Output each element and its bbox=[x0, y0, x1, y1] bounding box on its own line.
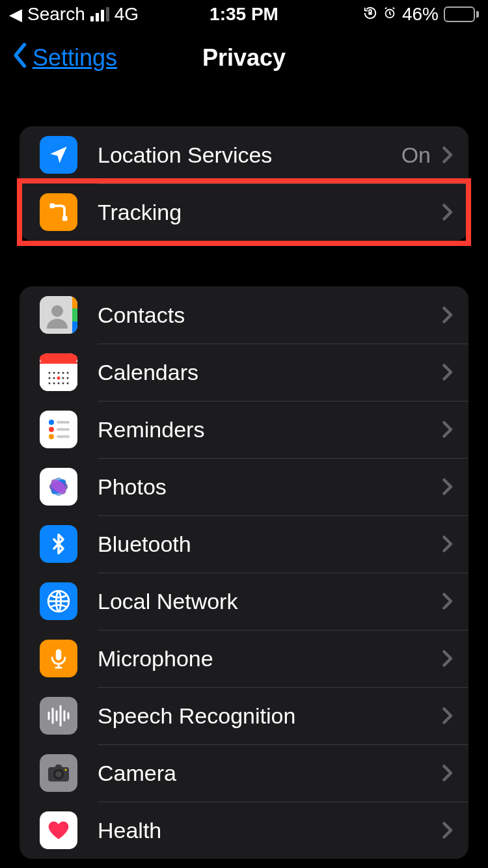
privacy-section-1: Location ServicesOnTracking bbox=[20, 126, 468, 241]
row-health[interactable]: Health bbox=[20, 802, 468, 859]
bluetooth-icon bbox=[40, 525, 77, 563]
svg-point-19 bbox=[57, 377, 61, 380]
row-icon-wrap bbox=[20, 468, 98, 506]
network-type-label: 4G bbox=[115, 4, 139, 25]
orientation-lock-icon bbox=[363, 4, 377, 25]
content: Location ServicesOnTracking ContactsCale… bbox=[0, 126, 488, 859]
battery-percent-label: 46% bbox=[402, 4, 439, 25]
row-reminders[interactable]: Reminders bbox=[20, 401, 468, 458]
svg-rect-0 bbox=[368, 12, 372, 15]
svg-point-31 bbox=[49, 434, 54, 439]
alarm-icon bbox=[383, 4, 397, 25]
separator bbox=[98, 802, 468, 802]
privacy-section-2: ContactsCalendarsRemindersPhotosBluetoot… bbox=[20, 286, 468, 859]
back-to-app-label[interactable]: Search bbox=[27, 4, 85, 25]
page-title: Privacy bbox=[202, 44, 286, 72]
row-tracking[interactable]: Tracking bbox=[20, 183, 468, 241]
svg-rect-42 bbox=[56, 649, 62, 660]
chevron-right-icon bbox=[441, 821, 453, 840]
row-calendars[interactable]: Calendars bbox=[20, 344, 468, 401]
svg-point-27 bbox=[49, 420, 54, 425]
row-local-network[interactable]: Local Network bbox=[20, 573, 468, 630]
cellular-signal-icon bbox=[90, 7, 109, 21]
nav-header: Settings Privacy bbox=[0, 29, 488, 87]
svg-point-24 bbox=[58, 383, 60, 385]
row-icon-wrap bbox=[20, 582, 98, 620]
row-bluetooth[interactable]: Bluetooth bbox=[20, 515, 468, 573]
svg-point-20 bbox=[62, 377, 64, 379]
row-contacts[interactable]: Contacts bbox=[20, 286, 468, 344]
chevron-right-icon bbox=[441, 706, 453, 726]
separator bbox=[98, 458, 468, 459]
status-time: 1:35 PM bbox=[210, 4, 278, 25]
row-label: Calendars bbox=[98, 360, 441, 385]
row-microphone[interactable]: Microphone bbox=[20, 630, 468, 687]
status-bar: ◀ Search 4G 1:35 PM 46% bbox=[0, 0, 488, 29]
svg-rect-3 bbox=[62, 216, 68, 221]
svg-point-16 bbox=[67, 372, 69, 374]
row-icon-wrap bbox=[20, 811, 98, 849]
separator bbox=[98, 744, 468, 745]
row-label: Photos bbox=[98, 474, 441, 500]
svg-point-26 bbox=[67, 383, 69, 385]
row-icon-wrap bbox=[20, 193, 98, 231]
row-label: Contacts bbox=[98, 303, 441, 328]
separator bbox=[98, 401, 468, 401]
row-icon-wrap bbox=[20, 525, 98, 563]
row-label: Bluetooth bbox=[98, 532, 441, 557]
back-to-app-caret-icon[interactable]: ◀ bbox=[9, 6, 22, 23]
chevron-right-icon bbox=[441, 305, 453, 325]
svg-rect-6 bbox=[72, 296, 77, 308]
row-icon-wrap bbox=[20, 411, 98, 448]
separator bbox=[98, 687, 468, 688]
chevron-right-icon bbox=[441, 420, 453, 439]
row-label: Reminders bbox=[98, 417, 441, 442]
row-icon-wrap bbox=[20, 754, 98, 792]
separator bbox=[98, 515, 468, 516]
row-label: Camera bbox=[98, 761, 441, 786]
row-label: Health bbox=[98, 818, 441, 843]
reminders-icon bbox=[40, 411, 77, 448]
calendar-icon bbox=[40, 353, 77, 391]
chevron-right-icon bbox=[441, 649, 453, 668]
heart-icon bbox=[40, 811, 77, 849]
chevron-left-icon bbox=[10, 42, 29, 74]
camera-icon bbox=[40, 754, 77, 792]
row-label: Speech Recognition bbox=[98, 703, 441, 729]
row-icon-wrap bbox=[20, 296, 98, 334]
nav-back-button[interactable]: Settings bbox=[10, 42, 117, 74]
chevron-right-icon bbox=[441, 362, 453, 382]
row-location-services[interactable]: Location ServicesOn bbox=[20, 126, 468, 183]
separator bbox=[98, 573, 468, 573]
svg-point-18 bbox=[53, 377, 55, 379]
row-icon-wrap bbox=[20, 136, 98, 174]
row-icon-wrap bbox=[20, 640, 98, 677]
row-label: Tracking bbox=[98, 200, 441, 225]
chevron-right-icon bbox=[441, 591, 453, 611]
svg-point-15 bbox=[62, 372, 64, 374]
row-value: On bbox=[401, 142, 431, 168]
row-camera[interactable]: Camera bbox=[20, 744, 468, 802]
separator bbox=[98, 630, 468, 631]
location-arrow-icon bbox=[40, 136, 77, 174]
contacts-icon bbox=[40, 296, 77, 334]
svg-point-51 bbox=[55, 771, 62, 778]
row-label: Local Network bbox=[98, 589, 441, 614]
svg-point-29 bbox=[49, 427, 54, 432]
svg-point-12 bbox=[49, 372, 51, 374]
globe-icon bbox=[40, 582, 77, 620]
chevron-right-icon bbox=[441, 202, 453, 222]
row-photos[interactable]: Photos bbox=[20, 458, 468, 515]
row-label: Location Services bbox=[98, 142, 401, 168]
svg-point-14 bbox=[58, 372, 60, 374]
svg-point-52 bbox=[65, 769, 67, 771]
svg-point-21 bbox=[67, 377, 69, 379]
svg-point-25 bbox=[62, 383, 64, 385]
row-speech-recognition[interactable]: Speech Recognition bbox=[20, 687, 468, 744]
chevron-right-icon bbox=[441, 477, 453, 496]
row-icon-wrap bbox=[20, 697, 98, 735]
microphone-icon bbox=[40, 640, 77, 677]
chevron-right-icon bbox=[441, 145, 453, 165]
svg-rect-7 bbox=[72, 308, 77, 321]
svg-point-22 bbox=[49, 383, 51, 385]
